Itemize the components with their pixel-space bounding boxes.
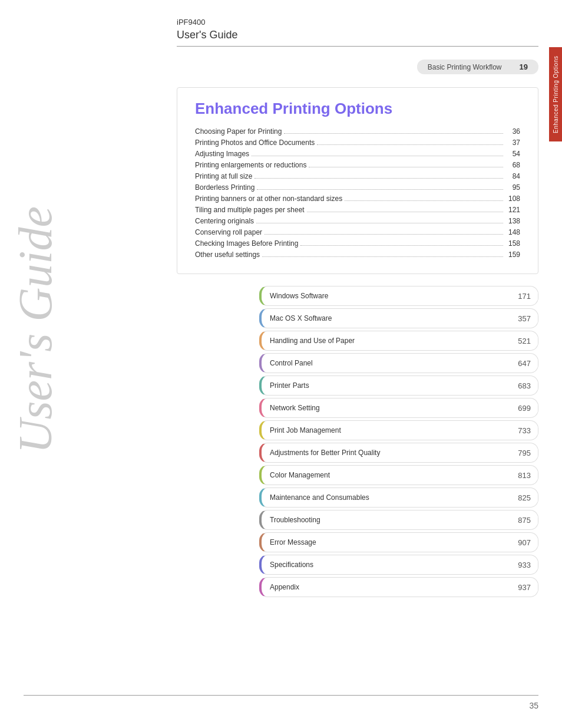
toc-item[interactable]: Printing at full size84 <box>195 172 520 180</box>
section-card[interactable]: Appendix937 <box>259 577 538 597</box>
card-page: 699 <box>510 404 538 413</box>
card-page: 521 <box>510 337 538 345</box>
card-page: 875 <box>510 516 538 525</box>
card-label: Print Job Management <box>262 426 510 434</box>
card-page: 647 <box>510 359 538 368</box>
card-page: 813 <box>510 471 538 480</box>
card-page: 733 <box>510 426 538 435</box>
card-label: Specifications <box>262 561 510 569</box>
card-label: Troubleshooting <box>262 516 510 524</box>
card-label: Handling and Use of Paper <box>262 337 510 345</box>
section-card[interactable]: Mac OS X Software357 <box>259 308 538 328</box>
card-page: 683 <box>510 381 538 390</box>
section-card[interactable]: Network Setting699 <box>259 398 538 418</box>
card-label: Network Setting <box>262 404 510 412</box>
toc-list: Choosing Paper for Printing36Printing Ph… <box>195 127 520 259</box>
toc-item[interactable]: Checking Images Before Printing158 <box>195 239 520 248</box>
workflow-page: 19 <box>520 62 528 71</box>
printer-model: iPF9400 <box>177 18 538 27</box>
card-label: Error Message <box>262 538 510 546</box>
card-label: Windows Software <box>262 292 510 300</box>
section-card[interactable]: Windows Software171 <box>259 286 538 306</box>
card-label: Mac OS X Software <box>262 314 510 322</box>
card-label: Color Management <box>262 471 510 479</box>
side-tab: Enhanced Printing Options <box>549 47 562 141</box>
toc-item[interactable]: Choosing Paper for Printing36 <box>195 127 520 136</box>
section-card[interactable]: Print Job Management733 <box>259 420 538 440</box>
bottom-separator <box>24 695 538 696</box>
toc-item[interactable]: Adjusting Images54 <box>195 150 520 158</box>
section-card[interactable]: Maintenance and Consumables825 <box>259 487 538 508</box>
section-card[interactable]: Printer Parts683 <box>259 375 538 396</box>
page-number: 35 <box>529 701 538 710</box>
card-label: Appendix <box>262 583 510 591</box>
card-page: 171 <box>510 292 538 301</box>
section-card[interactable]: Error Message907 <box>259 532 538 552</box>
section-card[interactable]: Color Management813 <box>259 465 538 485</box>
toc-item[interactable]: Printing banners or at other non-standar… <box>195 195 520 203</box>
guide-title: User's Guide <box>177 29 538 47</box>
section-card[interactable]: Adjustments for Better Print Quality795 <box>259 443 538 463</box>
toc-item[interactable]: Centering originals138 <box>195 217 520 225</box>
toc-item[interactable]: Conserving roll paper148 <box>195 228 520 236</box>
toc-item[interactable]: Printing Photos and Office Documents37 <box>195 139 520 147</box>
card-page: 825 <box>510 493 538 502</box>
card-page: 933 <box>510 561 538 569</box>
section-card[interactable]: Handling and Use of Paper521 <box>259 331 538 351</box>
workflow-label: Basic Printing Workflow <box>428 63 502 71</box>
card-page: 907 <box>510 538 538 547</box>
card-page: 937 <box>510 583 538 592</box>
toc-item[interactable]: Tiling and multiple pages per sheet121 <box>195 206 520 214</box>
section-cards: Windows Software171Mac OS X Software357H… <box>0 286 538 597</box>
card-label: Adjustments for Better Print Quality <box>262 449 510 457</box>
card-page: 357 <box>510 314 538 323</box>
toc-item[interactable]: Printing enlargements or reductions68 <box>195 161 520 169</box>
card-page: 795 <box>510 449 538 457</box>
toc-item[interactable]: Borderless Printing95 <box>195 183 520 192</box>
card-label: Printer Parts <box>262 381 510 390</box>
enhanced-printing-box: Enhanced Printing Options Choosing Paper… <box>177 87 538 274</box>
section-card[interactable]: Control Panel647 <box>259 353 538 373</box>
toc-item[interactable]: Other useful settings159 <box>195 251 520 259</box>
card-label: Control Panel <box>262 359 510 367</box>
section-card[interactable]: Specifications933 <box>259 555 538 575</box>
section-card[interactable]: Troubleshooting875 <box>259 510 538 530</box>
workflow-pill[interactable]: Basic Printing Workflow 19 <box>417 60 538 74</box>
card-label: Maintenance and Consumables <box>262 493 510 502</box>
enhanced-title: Enhanced Printing Options <box>195 100 520 118</box>
